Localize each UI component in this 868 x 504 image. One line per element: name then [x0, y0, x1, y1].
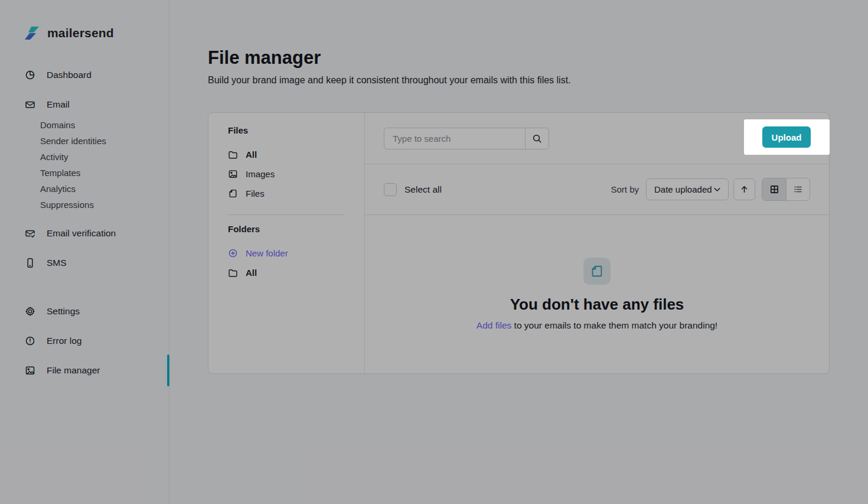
- tour-dim-overlay: [0, 0, 868, 504]
- upload-spotlight: Upload: [744, 119, 830, 155]
- file-manager-page: mailersend Dashboard Email Domains Sende…: [0, 0, 868, 504]
- upload-button[interactable]: Upload: [762, 126, 811, 148]
